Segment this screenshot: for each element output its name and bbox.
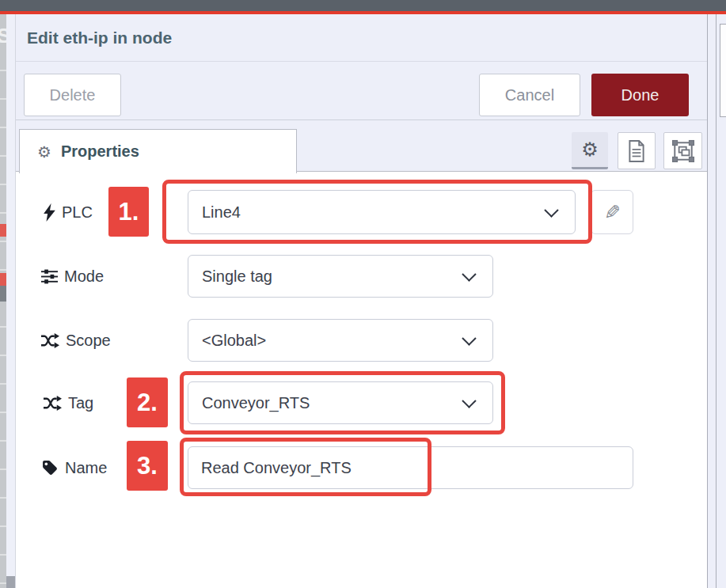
mode-select-value: Single tag <box>202 267 272 286</box>
tag-select-value: Conveyor_RTS <box>202 394 310 412</box>
edit-plc-config-button[interactable]: ✎ <box>591 190 633 234</box>
plc-label-text: PLC <box>62 203 93 222</box>
background-scrollbar[interactable] <box>6 14 16 588</box>
gear-icon: ⚙ <box>581 140 599 159</box>
pencil-icon: ✎ <box>604 203 621 222</box>
tag-select[interactable]: Conveyor_RTS <box>188 381 493 424</box>
annotation-badge-3: 3. <box>127 441 168 491</box>
background-node-fragment <box>0 286 6 302</box>
app-header-bar <box>0 0 726 11</box>
scope-select-value: <Global> <box>202 332 266 350</box>
done-button[interactable]: Done <box>591 74 689 116</box>
gear-icon: ⚙ <box>37 144 51 160</box>
scope-label-text: Scope <box>66 332 111 350</box>
dialog-scrollbar[interactable] <box>707 14 716 588</box>
name-input[interactable] <box>188 446 633 489</box>
object-group-icon <box>671 139 695 163</box>
description-tab-button[interactable] <box>618 132 656 169</box>
annotation-badge-1: 1. <box>108 187 149 237</box>
scope-field-label: Scope <box>41 329 111 351</box>
chevron-down-icon <box>462 393 476 408</box>
tag-field-label: Tag <box>44 392 93 414</box>
dialog-header: Edit eth-ip in node <box>16 14 707 62</box>
tag-icon <box>42 460 59 476</box>
plc-field-label: PLC <box>44 201 93 223</box>
background-red-node-fragment <box>0 273 6 286</box>
cancel-button[interactable]: Cancel <box>479 74 580 116</box>
background-red-node-fragment <box>0 224 6 237</box>
background-text-fragment: S <box>0 24 6 48</box>
tab-properties-label: Properties <box>61 142 139 161</box>
bolt-icon <box>44 203 55 222</box>
chevron-down-icon <box>544 203 558 217</box>
shuffle-icon <box>44 396 62 411</box>
tag-label-text: Tag <box>68 394 93 412</box>
screen: S Edit eth-ip in node Delete Cancel Done… <box>0 0 726 588</box>
mode-label-text: Mode <box>64 267 104 286</box>
background-workspace-sliver: S <box>0 14 6 588</box>
name-field-label: Name <box>42 457 107 479</box>
background-scrollbar-thumb[interactable] <box>6 576 15 588</box>
mode-field-label: Mode <box>41 265 104 287</box>
delete-button[interactable]: Delete <box>24 74 121 116</box>
scope-select[interactable]: <Global> <box>188 319 493 362</box>
properties-tab-button[interactable]: ⚙ <box>572 132 608 169</box>
dialog-title: Edit eth-ip in node <box>27 14 172 61</box>
background-panel-fragment <box>720 24 726 117</box>
document-icon <box>628 140 645 162</box>
plc-select-value: Line4 <box>202 203 241 222</box>
plc-select[interactable]: Line4 <box>188 190 576 234</box>
shuffle-icon <box>41 333 59 348</box>
annotation-badge-2: 2. <box>127 377 168 427</box>
tab-properties[interactable]: ⚙ Properties <box>19 129 297 173</box>
mode-select[interactable]: Single tag <box>188 255 493 298</box>
appearance-tab-button[interactable] <box>663 132 702 169</box>
name-label-text: Name <box>65 459 107 477</box>
chevron-down-icon <box>462 267 476 281</box>
chevron-down-icon <box>462 331 476 345</box>
sliders-icon <box>41 268 58 285</box>
background-panel-sliver <box>716 14 726 588</box>
